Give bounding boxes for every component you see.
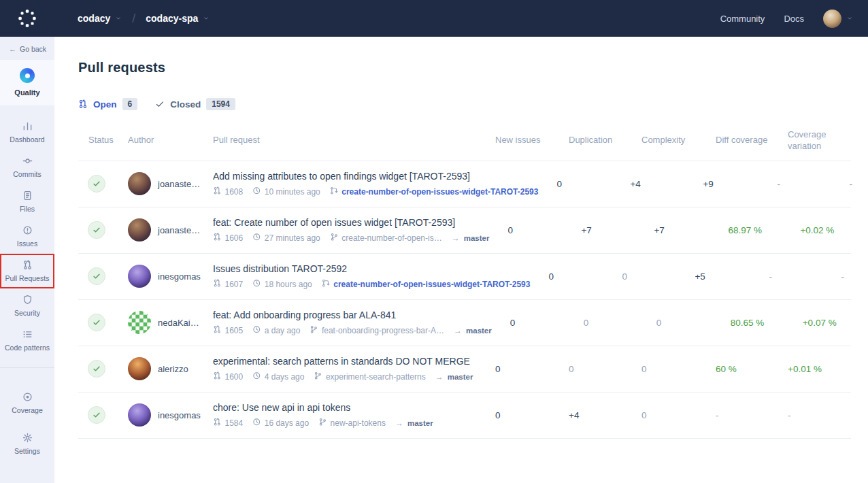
tab-open[interactable]: Open 6 <box>78 98 137 110</box>
topbar-right: Community Docs <box>720 10 868 28</box>
coverage-variation-value: - <box>844 179 868 189</box>
quality-logo-icon <box>20 68 35 83</box>
branch-icon <box>318 418 327 429</box>
clock-icon <box>252 279 261 290</box>
source-branch[interactable]: create-number-of-open-issues-widget-TARO… <box>333 280 530 289</box>
sidebar-item-dashboard[interactable]: Dashboard <box>0 115 54 150</box>
go-back-button[interactable]: ← Go back <box>0 37 46 53</box>
arrow-right-icon: → <box>454 326 462 335</box>
codacy-logo-icon <box>17 8 37 29</box>
sidebar-item-issues[interactable]: Issues <box>0 219 54 254</box>
gear-icon <box>22 433 33 443</box>
author-name: nedaKai… <box>158 318 199 328</box>
pull-request-title[interactable]: Issues distribution TAROT-2592 <box>213 263 530 274</box>
avatar <box>128 403 151 427</box>
shield-icon <box>22 295 33 305</box>
coverage-variation-value: - <box>783 410 851 420</box>
table-row[interactable]: alerizzo experimental: search patterns i… <box>78 346 851 392</box>
pull-request-icon <box>78 99 88 109</box>
table-row[interactable]: inesgomas Issues distribution TAROT-2592… <box>78 253 851 299</box>
sidebar-item-quality[interactable]: Quality <box>0 60 54 105</box>
org-name: codacy <box>78 13 110 24</box>
community-link[interactable]: Community <box>720 14 765 24</box>
table-row[interactable]: joanaste… feat: Create number of open is… <box>78 207 851 253</box>
clock-icon <box>252 233 261 244</box>
pull-request-number: 1600 <box>225 372 244 382</box>
clock-icon <box>252 186 261 197</box>
commits-icon <box>22 156 33 166</box>
codacy-logo[interactable] <box>0 8 54 29</box>
target-branch: master <box>407 419 433 427</box>
tab-closed[interactable]: Closed 1594 <box>155 98 235 110</box>
pull-request-title[interactable]: Add missing attributes to open findings … <box>213 171 538 182</box>
user-menu[interactable] <box>823 10 853 28</box>
source-branch: experiment-search-patterns <box>326 372 426 382</box>
pull-request-title[interactable]: feat: Create number of open issues widge… <box>213 217 489 228</box>
table-row[interactable]: joanaste… Add missing attributes to open… <box>78 161 851 207</box>
pull-request-meta: 1605 a day ago feat-onboarding-progress-… <box>213 325 492 336</box>
dashboard-icon <box>22 121 33 131</box>
column-header-status: Status <box>78 135 128 146</box>
clock-icon <box>252 371 261 382</box>
new-issues-value: 0 <box>490 364 564 374</box>
sidebar-item-commits[interactable]: Commits <box>0 150 54 184</box>
target-branch: master <box>448 373 473 381</box>
repo-dropdown[interactable]: codacy-spa <box>146 13 210 24</box>
chevron-down-icon <box>115 15 122 22</box>
pull-request-time: 4 days ago <box>265 372 305 382</box>
sidebar: ← Go back Quality Dashboard Commits File… <box>0 37 54 483</box>
column-header-author: Author <box>128 135 213 146</box>
sidebar-item-code-patterns[interactable]: Code patterns <box>0 323 54 358</box>
source-branch: create-number-of-open-is… <box>341 233 441 243</box>
org-dropdown[interactable]: codacy <box>78 13 122 24</box>
new-issues-value: 0 <box>503 225 576 235</box>
author-name: inesgomas <box>158 410 201 420</box>
new-issues-value: 0 <box>552 179 625 189</box>
clock-icon <box>252 418 261 429</box>
main-content: Pull requests Open 6 Closed 1594 Status … <box>54 37 868 483</box>
sidebar-item-files[interactable]: Files <box>0 184 54 219</box>
tab-closed-label: Closed <box>170 99 201 110</box>
merge-icon <box>330 186 339 197</box>
clock-icon <box>252 325 261 336</box>
pull-request-title[interactable]: feat: Add onboarding progress bar ALA-84… <box>213 310 492 320</box>
issues-icon <box>22 225 33 235</box>
sidebar-item-pull-requests[interactable]: Pull Requests <box>0 254 54 288</box>
code-patterns-icon <box>22 329 33 339</box>
table-row[interactable]: nedaKai… feat: Add onboarding progress b… <box>78 299 851 346</box>
diff-coverage-value: 60 % <box>711 364 783 374</box>
docs-link[interactable]: Docs <box>784 14 804 24</box>
sidebar-item-coverage[interactable]: Coverage <box>0 383 54 423</box>
source-branch[interactable]: create-number-of-open-issues-widget-TARO… <box>341 187 538 197</box>
arrow-right-icon: → <box>395 418 403 428</box>
diff-coverage-value: 80.65 % <box>726 318 798 328</box>
diff-coverage-value: 68.97 % <box>723 225 795 235</box>
table-body: joanaste… Add missing attributes to open… <box>78 161 851 439</box>
complexity-value: +5 <box>690 271 764 282</box>
merge-icon <box>322 279 331 290</box>
avatar <box>128 311 151 334</box>
coverage-variation-value: +0.07 % <box>798 318 866 328</box>
table-row[interactable]: inesgomas chore: Use new api in api toke… <box>78 392 851 438</box>
pull-request-icon <box>213 371 222 382</box>
pull-request-meta: 1608 10 minutes ago create-number-of-ope… <box>213 186 538 197</box>
pull-request-title[interactable]: experimental: search patterns in standar… <box>213 356 477 367</box>
pull-request-time: 27 minutes ago <box>265 233 320 243</box>
status-check-icon <box>88 360 105 378</box>
column-header-duplication: Duplication <box>564 135 637 146</box>
sidebar-nav: Dashboard Commits Files Issues Pull Requ… <box>0 115 54 358</box>
diff-coverage-value: - <box>764 271 836 282</box>
complexity-value: 0 <box>637 410 711 420</box>
new-issues-value: 0 <box>544 271 617 282</box>
pull-request-meta: 1600 4 days ago experiment-search-patter… <box>213 371 477 382</box>
duplication-value: 0 <box>617 271 690 282</box>
pull-request-number: 1607 <box>225 280 244 289</box>
sidebar-item-security[interactable]: Security <box>0 288 54 323</box>
sidebar-item-settings[interactable]: Settings <box>0 424 54 464</box>
column-header-new-issues: New issues <box>490 135 564 146</box>
coverage-variation-value: +0.02 % <box>795 225 863 235</box>
pull-request-icon <box>213 325 222 336</box>
pull-request-time: a day ago <box>265 326 301 335</box>
pull-request-title[interactable]: chore: Use new api in api tokens <box>213 402 477 413</box>
avatar <box>128 218 151 242</box>
